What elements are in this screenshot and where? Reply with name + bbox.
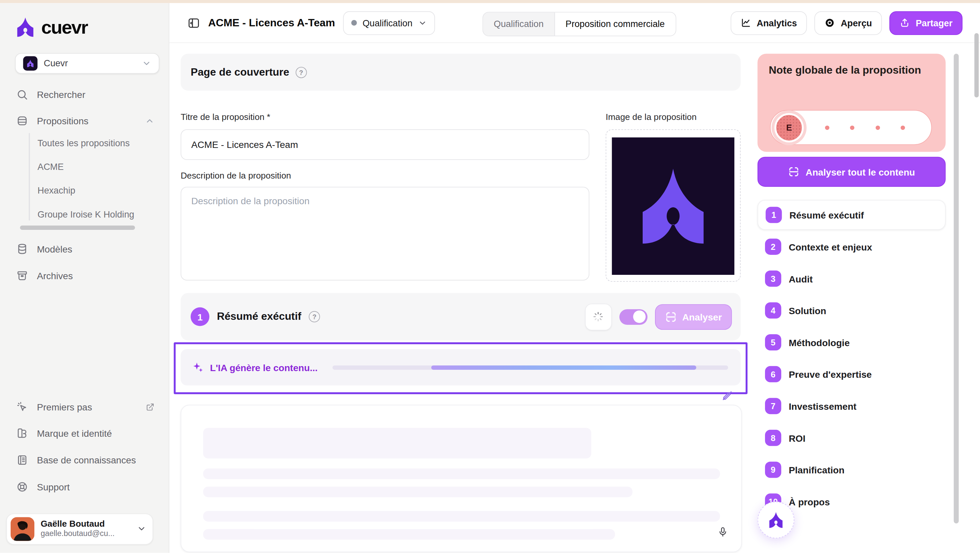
partager-label: Partager [916,17,952,28]
proposal-title-label: Titre de la proposition * [181,112,270,122]
share-icon [899,17,910,28]
tab-proposition-commerciale[interactable]: Proposition commerciale [555,12,675,35]
selected-content-outline: L'IA génère le contenu... [173,342,747,394]
sidebar-horizontal-scrollbar[interactable] [20,225,135,229]
sidebar-subitem-proposal[interactable]: Toutes les propositions [38,132,163,154]
score-dot [850,125,854,130]
score-card-title: Note globale de la proposition [768,64,934,78]
section-nav-item[interactable]: 2Contexte et enjeux [758,232,946,262]
loading-spinner-button[interactable] [585,303,612,330]
tree-guide-line [29,133,30,220]
sparkle-icon [192,361,204,373]
proposals-box-icon [16,115,28,127]
ai-generation-status: L'IA génère le contenu... [181,349,741,385]
section-nav-item[interactable]: 7Investissement [758,391,946,421]
avatar [11,517,34,541]
sidebar-item-label: Modèles [37,243,155,254]
section-number-badge: 2 [765,238,781,255]
proposal-description-input[interactable] [181,187,589,281]
section-nav-item[interactable]: 8ROI [758,423,946,453]
tab-qualification[interactable]: Qualification [483,12,555,35]
cuevr-logo-icon [15,17,36,38]
edit-disabled-icon [722,391,733,401]
section-nav-label: À propos [789,496,830,507]
sidebar-subitem-proposal[interactable]: Groupe Iroise K Holding [38,203,163,224]
share-button[interactable]: Partager [889,11,963,35]
sidebar-subitem-proposal[interactable]: Hexachip [38,180,163,201]
panel-scrollbar[interactable] [954,54,959,523]
section-nav-list: 1Résumé exécutif2Contexte et enjeux3Audi… [758,200,946,518]
status-dropdown[interactable]: Qualification [343,11,435,35]
logo-wordmark: cuevr [41,17,88,38]
section-nav-item[interactable]: 3Audit [758,264,946,294]
microphone-icon[interactable] [718,527,728,537]
section-number-badge: 4 [765,302,781,319]
analyse-all-button[interactable]: Analyser tout le contenu [758,157,946,187]
sidebar-item-label: Marque et identité [37,428,155,439]
main-content: Page de couverture ? Titre de la proposi… [169,43,980,553]
sidebar-item-getting-started[interactable]: Premiers pas [0,396,169,418]
sidebar-item-archives[interactable]: Archives [0,265,169,286]
assistant-fab[interactable] [758,502,795,539]
help-icon[interactable]: ? [309,311,320,323]
section-number-badge: 8 [765,430,781,446]
chevron-down-icon [142,58,151,68]
proposal-image-label: Image de la proposition [606,112,697,122]
analyse-section-button[interactable]: Analyser [655,304,732,329]
section-nav-label: ROI [789,432,805,443]
cover-page-title: Page de couverture [191,66,290,79]
sidebar-item-label: Rechercher [37,89,155,100]
preview-button[interactable]: Aperçu [815,11,882,35]
section-nav-item[interactable]: 4Solution [758,296,946,326]
section-nav-label: Résumé exécutif [789,210,864,220]
status-label: Qualification [363,17,413,28]
section-header-resume-executif: 1 Résumé exécutif ? Analyser [181,293,741,340]
section-nav-label: Méthodologie [789,337,850,348]
sidebar-item-propositions[interactable]: Propositions [0,110,169,132]
sidebar-item-search[interactable]: Rechercher [0,84,169,105]
help-icon[interactable]: ? [295,67,307,78]
proposal-image-dropzone[interactable] [606,129,741,282]
collapse-sidebar-icon[interactable] [188,17,200,29]
workspace-selector[interactable]: Cuevr [15,52,159,73]
sidebar-item-knowledge-base[interactable]: Base de connaissances [0,450,169,471]
section-nav-label: Planification [789,464,844,475]
sidebar-item-models[interactable]: Modèles [0,238,169,259]
score-scale: E [770,110,932,145]
cursor-sparkle-icon [16,401,28,413]
workspace-logo-icon [23,56,37,70]
topbar-left: ACME - Licences A-Team Qualification [188,3,435,43]
proposal-description-label: Description de la proposition [181,170,291,181]
section-nav-label: Solution [789,305,826,316]
skeleton-block [203,428,591,458]
skeleton-line [203,469,720,479]
workspace-name: Cuevr [44,58,136,68]
archive-icon [16,270,28,282]
proposal-image [612,138,735,275]
section-nav-item[interactable]: 5Méthodologie [758,327,946,358]
sidebar-item-brand[interactable]: Marque et identité [0,423,169,444]
section-number-badge: 3 [765,270,781,287]
ai-toggle[interactable] [619,309,647,324]
section-nav-item[interactable]: 1Résumé exécutif [758,200,946,230]
brand-swatch-icon [16,427,28,439]
section-number-badge: 1 [766,207,782,223]
proposal-title-input[interactable] [181,129,589,160]
sidebar-item-label: Base de connaissances [37,455,155,466]
sidebar-item-support[interactable]: Support [0,477,169,498]
toggle-knob [633,310,646,323]
user-menu[interactable]: Gaëlle Boutaud gaelle.boutaud@cu... [6,513,153,544]
app-logo: cuevr [15,17,88,38]
topbar: ACME - Licences A-Team Qualification Qua… [169,3,980,43]
section-title: Résumé exécutif [217,310,301,323]
sidebar-subitem-proposal[interactable]: ACME [38,156,163,177]
analyser-label: Analyser [682,311,722,322]
analytics-button[interactable]: Analytics [730,11,807,35]
generated-content-card [181,405,742,552]
scan-icon [788,166,799,178]
section-nav-item[interactable]: 9Planification [758,455,946,485]
page-scrollbar[interactable] [974,33,978,97]
section-number-badge: 9 [765,462,781,478]
section-nav-item[interactable]: 6Preuve d'expertise [758,359,946,389]
skeleton-line [203,529,615,540]
